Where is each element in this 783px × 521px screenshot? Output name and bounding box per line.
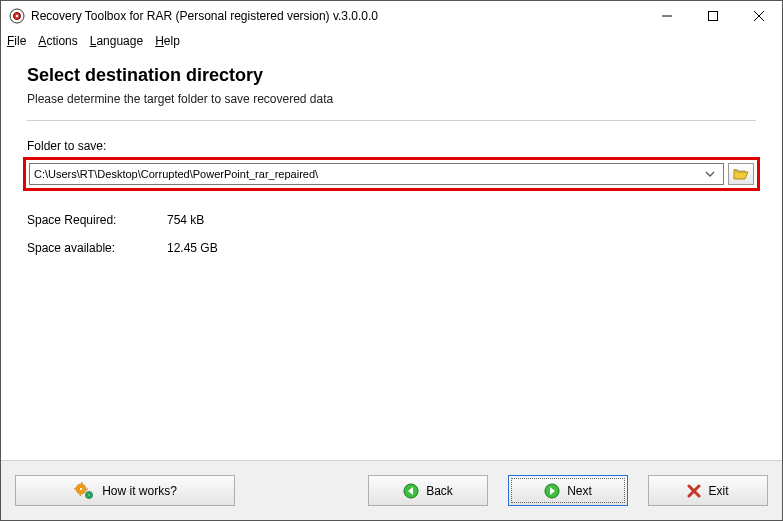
- page-subtitle: Please determine the target folder to sa…: [27, 92, 756, 106]
- svg-point-10: [88, 493, 90, 495]
- stats: Space Required: 754 kB Space available: …: [27, 213, 756, 269]
- titlebar: Recovery Toolbox for RAR (Personal regis…: [1, 1, 782, 31]
- space-available-value: 12.45 GB: [167, 241, 218, 255]
- exit-button[interactable]: Exit: [648, 475, 768, 506]
- window-controls: [644, 1, 782, 31]
- space-required-label: Space Required:: [27, 213, 167, 227]
- app-icon: [9, 8, 25, 24]
- folder-open-icon: [733, 167, 749, 181]
- close-button[interactable]: [736, 1, 782, 31]
- window-title: Recovery Toolbox for RAR (Personal regis…: [31, 9, 644, 23]
- how-it-works-button[interactable]: How it works?: [15, 475, 235, 506]
- how-it-works-label: How it works?: [102, 484, 177, 498]
- back-button[interactable]: Back: [368, 475, 488, 506]
- menu-language[interactable]: Language: [90, 34, 143, 48]
- exit-label: Exit: [708, 484, 728, 498]
- space-required-value: 754 kB: [167, 213, 204, 227]
- menubar: File Actions Language Help: [1, 31, 782, 51]
- divider: [27, 120, 756, 121]
- chevron-down-icon[interactable]: [705, 169, 721, 179]
- folder-row-highlight: C:\Users\RT\Desktop\Corrupted\PowerPoint…: [23, 157, 760, 191]
- gears-icon: [73, 482, 95, 500]
- svg-point-2: [16, 15, 18, 17]
- page-title: Select destination directory: [27, 65, 756, 86]
- next-label: Next: [567, 484, 592, 498]
- folder-path-combo[interactable]: C:\Users\RT\Desktop\Corrupted\PowerPoint…: [29, 163, 724, 185]
- browse-button[interactable]: [728, 163, 754, 185]
- arrow-right-icon: [544, 483, 560, 499]
- svg-point-8: [80, 487, 83, 490]
- footer: How it works? Back Next Exit: [1, 460, 782, 520]
- close-icon: [687, 484, 701, 498]
- menu-actions[interactable]: Actions: [38, 34, 77, 48]
- space-available-label: Space available:: [27, 241, 167, 255]
- menu-file[interactable]: File: [7, 34, 26, 48]
- maximize-button[interactable]: [690, 1, 736, 31]
- minimize-button[interactable]: [644, 1, 690, 31]
- page-header: Select destination directory Please dete…: [27, 65, 756, 114]
- back-label: Back: [426, 484, 453, 498]
- content-area: Select destination directory Please dete…: [1, 51, 782, 460]
- folder-label: Folder to save:: [27, 139, 756, 153]
- arrow-left-icon: [403, 483, 419, 499]
- next-button[interactable]: Next: [508, 475, 628, 506]
- menu-help[interactable]: Help: [155, 34, 180, 48]
- folder-path-value: C:\Users\RT\Desktop\Corrupted\PowerPoint…: [34, 168, 705, 180]
- svg-rect-4: [709, 12, 718, 21]
